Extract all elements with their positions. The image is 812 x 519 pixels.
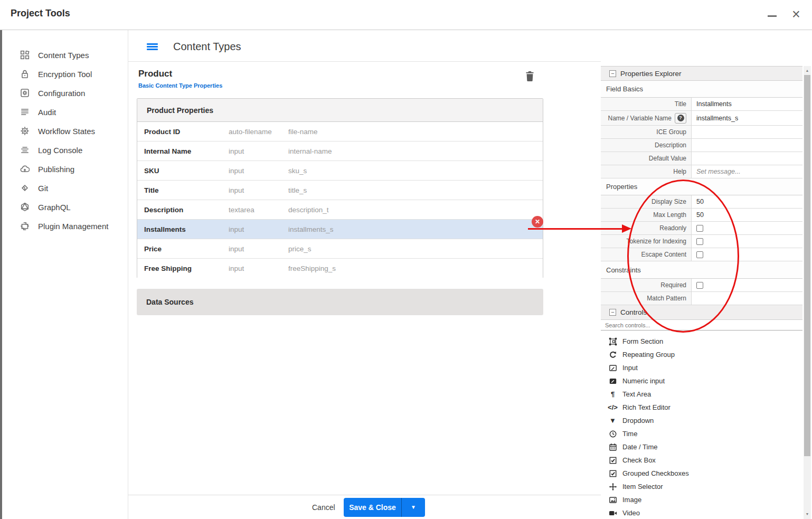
control-item-check-box[interactable]: Check Box <box>601 454 802 467</box>
scrollbar-thumb[interactable] <box>804 75 810 456</box>
scroll-up-icon[interactable]: ▲ <box>804 67 811 74</box>
collapse-icon[interactable]: − <box>609 70 616 77</box>
checkbox-tokenize-for-indexing[interactable] <box>696 238 703 245</box>
sidebar-item-git[interactable]: Git <box>2 178 128 197</box>
search-controls-input[interactable] <box>601 320 802 331</box>
property-value-cell[interactable]: 50 <box>692 209 802 221</box>
control-item-form-section[interactable]: Form Section <box>601 335 802 348</box>
property-label: Required <box>601 279 692 291</box>
field-variable: title_s <box>288 186 543 194</box>
field-label: Free Shipping <box>144 265 229 272</box>
sidebar-item-workflow-states[interactable]: Workflow States <box>2 121 128 140</box>
field-row-sku[interactable]: SKUinputsku_s <box>137 161 543 181</box>
control-item-time[interactable]: Time <box>601 427 802 440</box>
control-item-label: Date / Time <box>622 443 657 451</box>
control-item-item-selector[interactable]: Item Selector <box>601 480 802 493</box>
property-value: Installments <box>696 100 732 108</box>
field-row-product-id[interactable]: Product IDauto-filenamefile-name <box>137 122 543 141</box>
help-button[interactable]: ? <box>675 113 686 124</box>
delete-content-type-button[interactable] <box>525 71 536 83</box>
save-close-split-button[interactable]: Save & Close ▼ <box>344 498 425 517</box>
product-properties-header[interactable]: Product Properties <box>137 99 543 122</box>
sidebar-item-graphql[interactable]: GraphQL <box>2 197 128 216</box>
property-value-cell[interactable] <box>692 248 802 261</box>
control-item-grouped-checkboxes[interactable]: Grouped Checkboxes <box>601 467 802 480</box>
checkbox-required[interactable] <box>696 282 703 289</box>
control-item-dropdown[interactable]: ▼Dropdown <box>601 414 802 427</box>
content-type-name: Product <box>138 69 172 79</box>
property-value-cell[interactable] <box>692 152 802 165</box>
property-value-cell[interactable]: installments_s <box>692 111 802 125</box>
property-value-cell[interactable]: Set message... <box>692 165 802 178</box>
control-item-video[interactable]: Video <box>601 506 802 519</box>
log-console-icon <box>20 145 30 155</box>
scroll-down-icon[interactable]: ▼ <box>804 511 811 518</box>
property-value-cell[interactable] <box>692 292 802 305</box>
field-label: Title <box>144 186 229 194</box>
hamburger-menu-icon[interactable] <box>147 43 158 50</box>
group-header-constraints: Constraints <box>601 261 802 279</box>
sidebar-item-log-console[interactable]: Log Console <box>2 140 128 159</box>
field-row-installments[interactable]: Installmentsinputinstallments_s <box>137 220 543 239</box>
delete-field-icon[interactable]: ✕ <box>532 216 543 228</box>
property-value-cell[interactable] <box>692 139 802 152</box>
property-groups: Field BasicsTitleInstallmentsName / Vari… <box>601 81 802 305</box>
tools-sidebar: Content TypesEncryption ToolConfiguratio… <box>2 30 128 519</box>
property-value-cell[interactable] <box>692 235 802 248</box>
chevron-down-icon: ▼ <box>411 504 416 510</box>
save-options-dropdown[interactable]: ▼ <box>401 498 425 517</box>
minimize-button[interactable] <box>765 10 780 22</box>
control-item-input[interactable]: Input <box>601 361 802 374</box>
collapse-icon[interactable]: − <box>609 309 616 316</box>
property-label-text: Escape Content <box>641 251 686 258</box>
field-label: Internal Name <box>144 147 229 155</box>
group-header-field-basics: Field Basics <box>601 81 802 98</box>
sidebar-item-plugin-management[interactable]: Plugin Management <box>2 216 128 235</box>
properties-explorer-header[interactable]: − Properties Explorer <box>601 67 802 81</box>
control-item-rich-text-editor[interactable]: </>Rich Text Editor <box>601 401 802 414</box>
property-value-cell[interactable] <box>692 222 802 234</box>
property-value-cell[interactable]: Installments <box>692 98 802 110</box>
field-variable: sku_s <box>288 167 543 175</box>
control-item-date-time[interactable]: Date / Time <box>601 440 802 454</box>
property-label: ICE Group <box>601 126 692 138</box>
field-variable: description_t <box>288 206 543 214</box>
property-value-cell[interactable] <box>692 279 802 291</box>
property-label-text: Match Pattern <box>647 295 686 302</box>
property-value-cell[interactable]: 50 <box>692 195 802 208</box>
field-row-price[interactable]: Priceinputprice_s <box>137 239 543 259</box>
control-item-numeric-input[interactable]: Numeric input <box>601 374 802 388</box>
field-control: textarea <box>229 206 288 214</box>
field-control: input <box>229 186 288 194</box>
sidebar-item-label: Audit <box>38 108 56 117</box>
property-label: Display Size <box>601 195 692 208</box>
save-close-button[interactable]: Save & Close <box>344 498 401 517</box>
data-sources-section-header[interactable]: Data Sources <box>137 289 543 315</box>
field-variable: freeShipping_s <box>288 265 543 272</box>
close-button[interactable]: × <box>788 5 804 23</box>
video-icon <box>608 508 617 517</box>
sidebar-item-audit[interactable]: Audit <box>2 102 128 121</box>
sidebar-item-publishing[interactable]: Publishing <box>2 159 128 178</box>
panel-scrollbar[interactable]: ▲ ▼ <box>804 66 811 519</box>
property-label: Default Value <box>601 152 692 165</box>
property-value-cell[interactable] <box>692 126 802 138</box>
property-label-text: Max Length <box>653 211 686 219</box>
field-row-free-shipping[interactable]: Free ShippinginputfreeShipping_s <box>137 259 543 278</box>
cancel-button[interactable]: Cancel <box>312 495 335 519</box>
field-row-description[interactable]: Descriptiontextareadescription_t <box>137 200 543 220</box>
control-item-label: Repeating Group <box>622 351 675 358</box>
property-label-text: Readonly <box>659 224 686 232</box>
sidebar-item-content-types[interactable]: Content Types <box>2 45 128 64</box>
controls-header[interactable]: − Controls <box>601 305 802 320</box>
control-item-text-area[interactable]: ¶Text Area <box>601 388 802 401</box>
field-row-internal-name[interactable]: Internal Nameinputinternal-name <box>137 141 543 161</box>
checkbox-readonly[interactable] <box>696 225 703 232</box>
sidebar-item-encryption-tool[interactable]: Encryption Tool <box>2 64 128 83</box>
sidebar-item-configuration[interactable]: Configuration <box>2 83 128 102</box>
basic-properties-link[interactable]: Basic Content Type Properties <box>138 82 222 89</box>
field-row-title[interactable]: Titleinputtitle_s <box>137 181 543 200</box>
control-item-repeating-group[interactable]: Repeating Group <box>601 348 802 361</box>
control-item-image[interactable]: Image <box>601 493 802 506</box>
checkbox-escape-content[interactable] <box>696 251 703 258</box>
